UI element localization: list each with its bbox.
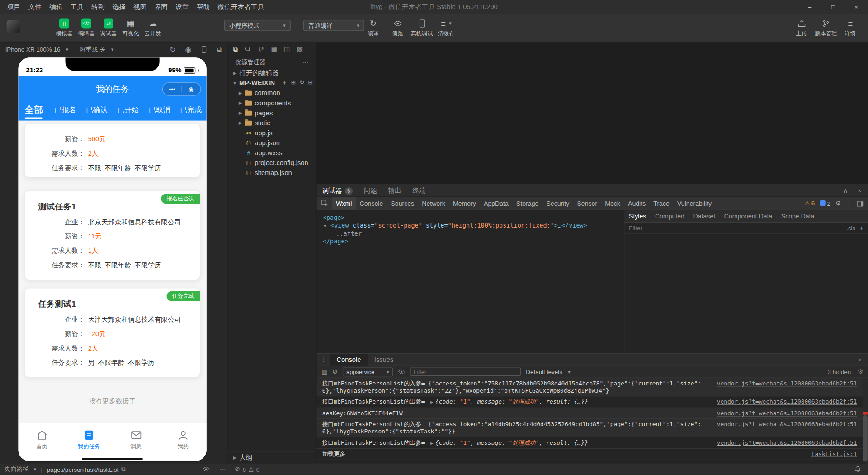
error-icon[interactable]: ⊘ [235, 466, 240, 473]
more-button[interactable]: ••• [163, 83, 181, 95]
new-file-icon[interactable]: ＋ [282, 79, 287, 87]
issues-icon[interactable]: 2 [820, 200, 830, 207]
tab-component-data[interactable]: Component Data [720, 210, 777, 222]
collapse-all-icon[interactable]: ⊟ [308, 79, 313, 87]
project-root-row[interactable]: ▼ MP-WEIXIN ＋ ⊞ ↻ ⊟ [227, 78, 316, 88]
drag-handle-icon[interactable]: ⋮ [316, 356, 330, 362]
tabbar-my-tasks[interactable]: 我的任务 [65, 423, 112, 457]
tab-finished[interactable]: 已完成 [175, 102, 206, 121]
tab-network[interactable]: Network [418, 197, 449, 210]
more-actions-icon[interactable]: ⋯ [220, 466, 226, 473]
console-sidebar-icon[interactable]: ▥ [321, 368, 327, 375]
context-select[interactable]: appservice ▾ [343, 367, 393, 376]
menu-edit[interactable]: 编辑 [45, 0, 66, 13]
dom-node-page-close[interactable]: </page> [316, 238, 624, 246]
styles-filter-input[interactable] [629, 224, 842, 231]
files-icon[interactable]: ⧉ [233, 45, 238, 53]
grid-icon[interactable]: ▦ [271, 45, 277, 53]
tab-wxml[interactable]: Wxml [332, 197, 356, 210]
tab-started[interactable]: 已开始 [113, 102, 144, 121]
menu-wechat-devtools[interactable]: 微信开发者工具 [214, 0, 268, 13]
tree-folder-static[interactable]: ▶ static [227, 118, 316, 128]
close-drawer-icon[interactable]: × [858, 356, 868, 363]
tab-issues-drawer[interactable]: Issues [368, 354, 400, 366]
dock-side-icon[interactable] [857, 201, 864, 206]
menu-settings[interactable]: 设置 [172, 0, 193, 13]
tree-file-app-json[interactable]: { } app.json [227, 138, 316, 148]
source-link[interactable]: vendor.js?t=wechat&s…12080063ebad6b2f:51 [717, 439, 857, 446]
tab-terminal[interactable]: 终端 [407, 185, 431, 197]
tree-folder-common[interactable]: ▶ common [227, 88, 316, 98]
tree-file-app-wxss[interactable]: # app.wxss [227, 148, 316, 158]
kebab-menu-icon[interactable]: ⋮ [846, 200, 852, 207]
debugger-button[interactable]: ⇄ 调试器 [98, 18, 120, 38]
tab-sensor[interactable]: Sensor [573, 197, 601, 210]
tab-debugger[interactable]: 调试器 6 [316, 185, 358, 197]
tree-file-app-js[interactable]: JS app.js [227, 128, 316, 138]
tabbar-me[interactable]: 我的 [160, 423, 207, 457]
tab-dataset[interactable]: Dataset [689, 210, 720, 222]
task-card[interactable]: 任务完成 任务测试1 企业：天津天邦众和信息技术有限公司 薪资：120元 需求人… [25, 289, 200, 377]
mode-select[interactable]: 小程序模式 ▾ [224, 20, 291, 31]
real-device-debug-button[interactable]: 真机调试 [410, 18, 434, 38]
screenshot-icon[interactable]: ◉ [185, 45, 191, 53]
tab-mock[interactable]: Mock [601, 197, 624, 210]
tab-storage[interactable]: Storage [512, 197, 542, 210]
settings-gear-icon[interactable]: ⚙ [835, 200, 841, 207]
detail-button[interactable]: ≡ 详情 [838, 18, 863, 38]
menu-project[interactable]: 项目 [3, 0, 24, 13]
tabbar-home[interactable]: 首页 [18, 423, 65, 457]
tab-confirmed[interactable]: 已确认 [81, 102, 112, 121]
eye-icon[interactable] [398, 368, 405, 375]
source-link[interactable]: vendor.js?t=wechat&s…12080063ebad6b2f:51 [717, 421, 857, 428]
menu-tools[interactable]: 工具 [66, 0, 88, 13]
extensions-icon[interactable]: ▩ [297, 45, 303, 53]
toggle-class-button[interactable]: .cls [847, 224, 855, 231]
tab-all[interactable]: 全部 [18, 102, 49, 121]
avatar[interactable] [7, 20, 20, 33]
compile-button[interactable]: ↻ 编译 [361, 18, 385, 38]
upload-button[interactable]: 上传 [789, 18, 814, 38]
inspect-element-icon[interactable] [316, 200, 332, 207]
multi-window-icon[interactable]: ⧉ [216, 45, 221, 54]
dom-node-pseudo-after[interactable]: ::after [316, 230, 624, 238]
split-window-icon[interactable]: ◫ [284, 45, 290, 53]
task-card[interactable]: 报名已否决 测试任务1 企业：北京天邦众和信息科技有限公司 薪资：11元 需求人… [25, 191, 200, 280]
tab-console[interactable]: Console [356, 197, 387, 210]
source-link[interactable]: taskList.js:1 [811, 451, 857, 458]
menu-view[interactable]: 视图 [130, 0, 151, 13]
simulator-button[interactable]: ▯ 模拟器 [53, 18, 75, 38]
exit-button[interactable]: ◉ [182, 83, 200, 95]
tree-folder-components[interactable]: ▶ components [227, 98, 316, 108]
tab-vulnerability[interactable]: Vulnerability [673, 197, 715, 210]
tab-problems[interactable]: 问题 [358, 185, 382, 197]
tab-security[interactable]: Security [542, 197, 573, 210]
device-select[interactable]: iPhone XR 100% 16 ▾ [5, 46, 68, 53]
source-control-icon[interactable] [258, 46, 264, 53]
expand-triangle-icon[interactable]: ▶ [430, 441, 433, 446]
expand-triangle-icon[interactable]: ▶ [430, 400, 433, 405]
maximize-button[interactable]: □ [821, 0, 844, 13]
eye-icon[interactable] [203, 466, 210, 473]
copy-icon[interactable]: ⧉ [121, 466, 126, 473]
warning-triangle-icon[interactable]: △ [249, 466, 253, 473]
new-folder-icon[interactable]: ⊞ [291, 79, 296, 87]
device-frame-icon[interactable] [201, 46, 207, 53]
dom-node-page-open[interactable]: <page> [316, 214, 624, 222]
tab-memory[interactable]: Memory [449, 197, 480, 210]
menu-file[interactable]: 文件 [24, 0, 46, 13]
console-filter-input[interactable] [410, 368, 521, 376]
cloud-dev-button[interactable]: ☁ 云开发 [142, 18, 164, 38]
version-manage-button[interactable]: 版本管理 [814, 18, 838, 38]
restart-icon[interactable]: ↻ [170, 45, 175, 53]
source-link[interactable]: vendor.js?t=wechat&s…12080063ebad6b2f:51 [717, 398, 857, 405]
compile-mode-select[interactable]: 普通编译 ▾ [303, 20, 364, 31]
tab-trace[interactable]: Trace [650, 197, 674, 210]
tab-sources[interactable]: Sources [387, 197, 418, 210]
menu-select[interactable]: 选择 [108, 0, 130, 13]
tabbar-messages[interactable]: 消息 [113, 423, 160, 457]
tab-audits[interactable]: Audits [624, 197, 649, 210]
scrollbar-thumb[interactable] [863, 415, 868, 461]
tree-file-project-config[interactable]: { } project.config.json [227, 158, 316, 168]
close-panel-icon[interactable]: × [858, 187, 861, 195]
